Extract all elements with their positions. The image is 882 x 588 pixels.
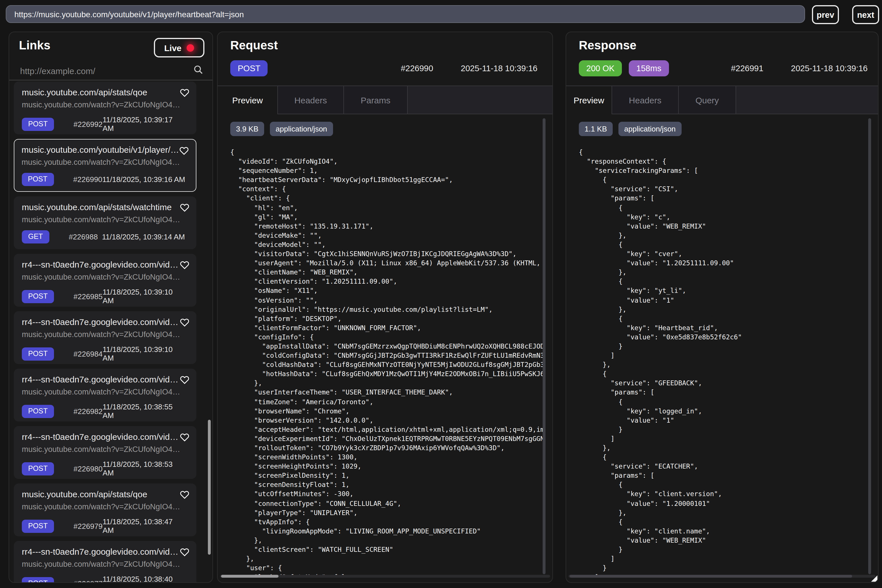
link-id: #226977	[74, 579, 102, 582]
method-badge: POST	[22, 462, 54, 475]
link-time: 11/18/2025, 10:38:47 AM	[102, 518, 185, 535]
method-badge: POST	[22, 117, 54, 130]
response-horizontal-scroll-thumb[interactable]	[570, 575, 852, 578]
link-card[interactable]: music.youtube.com/api/stats/qoe music.yo…	[14, 483, 196, 536]
response-title: Response	[579, 39, 636, 52]
request-content-type-badge: application/json	[270, 122, 333, 136]
search-icon	[194, 65, 203, 77]
heart-icon[interactable]	[178, 201, 190, 215]
link-id: #226980	[74, 464, 102, 473]
link-time: 11/18/2025, 10:38:40 AM	[102, 575, 185, 582]
response-horizontal-scrollbar[interactable]	[568, 575, 876, 578]
link-card[interactable]: rr4---sn-t0aedn7e.googlevideo.com/vid… m…	[14, 541, 196, 582]
link-host: rr4---sn-t0aedn7e.googlevideo.com/vid…	[22, 374, 178, 385]
link-meta-row: POST #226992 11/18/2025, 10:39:17 AM	[22, 116, 188, 133]
link-host: music.youtube.com/api/stats/qoe	[22, 87, 178, 98]
link-id: #226984	[74, 350, 102, 358]
link-card[interactable]: rr4---sn-t0aedn7e.googlevideo.com/vid… m…	[14, 426, 196, 479]
tab-params[interactable]: Params	[344, 86, 408, 114]
resize-corner-icon[interactable]	[871, 575, 878, 582]
heart-icon[interactable]	[178, 87, 190, 100]
tab-preview[interactable]: Preview	[566, 86, 612, 114]
link-time: 11/18/2025, 10:39:16 AM	[102, 175, 185, 183]
link-id: #226985	[74, 292, 102, 301]
request-vertical-scrollbar[interactable]	[543, 118, 546, 574]
link-id: #226982	[74, 407, 102, 416]
method-badge: POST	[22, 347, 54, 360]
request-horizontal-scroll-thumb[interactable]	[221, 575, 279, 578]
heart-icon[interactable]	[178, 316, 190, 330]
links-title: Links	[19, 39, 51, 52]
response-vertical-scrollbar[interactable]	[868, 118, 871, 574]
tab-query[interactable]: Query	[679, 86, 736, 114]
method-badge: POST	[21, 172, 54, 186]
method-badge: POST	[22, 577, 54, 582]
link-page: music.youtube.com/watch?v=ZkCUfoNgIO4…	[22, 100, 188, 110]
link-host: rr4---sn-t0aedn7e.googlevideo.com/vid…	[22, 547, 178, 557]
method-badge: POST	[22, 405, 54, 418]
heart-icon[interactable]	[178, 489, 190, 502]
next-button[interactable]: next	[852, 5, 879, 24]
link-meta-row: POST #226979 11/18/2025, 10:38:47 AM	[22, 518, 188, 535]
link-host: rr4---sn-t0aedn7e.googlevideo.com/vid…	[22, 317, 178, 327]
links-search-input[interactable]	[19, 62, 182, 79]
live-label: Live	[164, 43, 182, 52]
response-chips: 1.1 KB application/json	[579, 122, 681, 136]
request-horizontal-scrollbar[interactable]	[220, 575, 550, 578]
link-card[interactable]: music.youtube.com/api/stats/watchtime mu…	[14, 196, 196, 249]
tab-headers[interactable]: Headers	[612, 86, 679, 114]
link-page: music.youtube.com/watch?v=ZkCUfoNgIO4…	[22, 560, 188, 570]
link-meta-row: POST #226980 11/18/2025, 10:38:53 AM	[22, 460, 188, 477]
links-list: music.youtube.com/api/stats/qoe music.yo…	[14, 80, 208, 582]
response-content-type-badge: application/json	[618, 122, 681, 136]
tab-headers[interactable]: Headers	[278, 86, 344, 114]
request-timestamp: 2025-11-18 10:39:16	[461, 64, 537, 73]
link-id: #226990	[73, 175, 102, 183]
link-time: 11/18/2025, 10:39:14 AM	[102, 232, 185, 241]
top-bar: prev next	[0, 0, 882, 30]
links-search-row	[19, 62, 204, 79]
response-size-badge: 1.1 KB	[579, 122, 613, 136]
response-status-badge: 200 OK	[579, 60, 622, 76]
link-id: #226988	[69, 232, 98, 241]
request-chips: 3.9 KB application/json	[230, 122, 333, 136]
link-card[interactable]: rr4---sn-t0aedn7e.googlevideo.com/vid… m…	[14, 369, 196, 422]
request-method-badge: POST	[230, 60, 268, 76]
link-card[interactable]: music.youtube.com/youtubei/v1/player/… m…	[14, 139, 196, 192]
link-page: music.youtube.com/watch?v=ZkCUfoNgIO4…	[22, 330, 188, 340]
link-host: rr4---sn-t0aedn7e.googlevideo.com/vid…	[22, 432, 178, 442]
link-host: music.youtube.com/api/stats/watchtime	[22, 202, 178, 213]
request-tabbar: PreviewHeadersParams	[218, 86, 552, 114]
response-body-json: { "responseContext": { "serviceTrackingP…	[579, 148, 871, 575]
link-host: music.youtube.com/youtubei/v1/player/…	[21, 144, 178, 155]
link-card[interactable]: music.youtube.com/api/stats/qoe music.yo…	[14, 81, 196, 134]
live-toggle[interactable]: Live	[154, 38, 204, 57]
prev-button[interactable]: prev	[812, 5, 839, 24]
link-page: music.youtube.com/watch?v=ZkCUfoNgIO4…	[22, 445, 188, 455]
link-host: music.youtube.com/api/stats/qoe	[22, 489, 178, 500]
link-card[interactable]: rr4---sn-t0aedn7e.googlevideo.com/vid… m…	[14, 311, 196, 364]
request-size-badge: 3.9 KB	[230, 122, 264, 136]
request-meta-row: POST #226990 2025-11-18 10:39:16	[230, 60, 537, 77]
links-scrollbar[interactable]	[208, 420, 211, 555]
heart-icon[interactable]	[178, 546, 190, 559]
response-duration-badge: 158ms	[629, 60, 669, 76]
response-id: #226991	[731, 64, 764, 73]
heart-icon[interactable]	[178, 259, 190, 272]
link-meta-row: POST #226990 11/18/2025, 10:39:16 AM	[21, 172, 189, 186]
link-time: 11/18/2025, 10:39:10 AM	[102, 345, 185, 362]
link-time: 11/18/2025, 10:38:55 AM	[102, 402, 185, 420]
link-meta-row: POST #226982 11/18/2025, 10:38:55 AM	[22, 402, 188, 420]
link-page: music.youtube.com/watch?v=ZkCUfoNgIO4…	[22, 215, 188, 225]
link-time: 11/18/2025, 10:39:17 AM	[102, 116, 185, 133]
heart-icon[interactable]	[178, 431, 190, 444]
heart-icon[interactable]	[178, 374, 190, 387]
link-card[interactable]: rr4---sn-t0aedn7e.googlevideo.com/vid… m…	[14, 254, 196, 307]
request-body-json: { "videoId": "ZkCUfoNgIO4", "sequenceNum…	[230, 148, 546, 575]
heart-icon[interactable]	[178, 145, 190, 158]
response-timestamp: 2025-11-18 10:39:16	[791, 64, 868, 73]
url-input[interactable]	[6, 5, 805, 23]
method-badge: POST	[22, 290, 54, 303]
tab-preview[interactable]: Preview	[218, 86, 278, 114]
response-tabbar: PreviewHeadersQuery	[566, 86, 878, 114]
